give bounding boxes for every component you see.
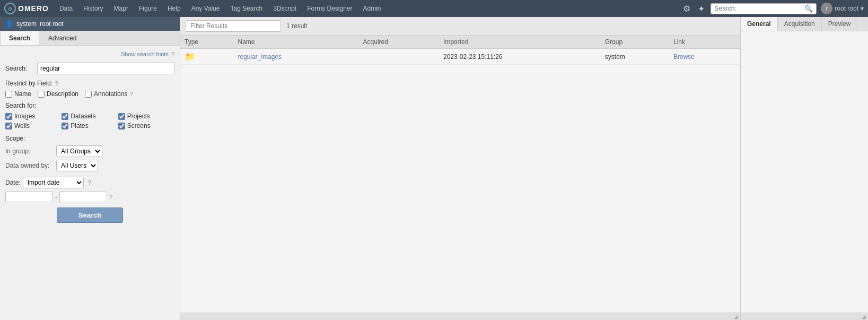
results-header: 1 result — [180, 17, 740, 36]
main-layout: 👤 system root root Search Advanced Show … — [0, 17, 868, 320]
sf-screens-item[interactable]: Screens — [118, 122, 174, 129]
nav-data[interactable]: Data — [55, 3, 77, 14]
user-dropdown-icon[interactable]: ▾ — [861, 5, 864, 12]
field-annotations-label: Annotations — [94, 90, 127, 98]
sf-screens-checkbox[interactable] — [118, 123, 125, 129]
sf-datasets-label: Datasets — [71, 113, 95, 120]
field-annotations-checkbox-item[interactable]: Annotations ? — [85, 90, 133, 98]
sf-wells-label: Wells — [14, 122, 30, 129]
sf-images-item[interactable]: Images — [5, 113, 62, 120]
user-bar-username: system — [16, 20, 37, 28]
right-panel: General Acquisition Preview ◢ — [741, 17, 868, 320]
field-annotations-checkbox[interactable] — [85, 91, 92, 98]
share-icon-btn[interactable]: ✦ — [696, 2, 706, 15]
tab-search[interactable]: Search — [0, 31, 39, 45]
global-search-icon[interactable]: 🔍 — [804, 5, 813, 13]
show-search-hints-link[interactable]: Show search hints — [121, 51, 169, 57]
nav-any-value[interactable]: Any Value — [187, 3, 224, 14]
date-label: Date: — [5, 179, 21, 186]
nav-3dscript[interactable]: 3Dscript — [269, 3, 301, 14]
results-empty-space — [180, 65, 740, 313]
date-help-icon[interactable]: ? — [88, 179, 91, 186]
nav-help[interactable]: Help — [163, 3, 185, 14]
in-group-select[interactable]: All Groups — [56, 145, 102, 157]
center-panel: 1 result Type Name Acquired Imported Gro… — [180, 17, 741, 320]
sf-projects-checkbox[interactable] — [118, 113, 125, 120]
filter-results-input[interactable] — [186, 20, 281, 32]
data-owned-label: Data owned by: — [5, 162, 53, 169]
date-range-help-icon[interactable]: ? — [109, 194, 112, 200]
folder-icon: 📁 — [185, 52, 195, 61]
row-browse-link[interactable]: Browse — [673, 53, 695, 60]
global-search-input[interactable] — [714, 5, 804, 12]
right-tab-general[interactable]: General — [741, 17, 778, 31]
restrict-label-text: Restrict by Field: — [5, 80, 52, 87]
field-description-checkbox-item[interactable]: Description — [38, 90, 78, 98]
sf-plates-item[interactable]: Plates — [62, 122, 118, 129]
field-description-checkbox[interactable] — [38, 91, 45, 98]
col-group: Group — [601, 36, 669, 49]
sf-wells-checkbox[interactable] — [5, 123, 12, 129]
user-info[interactable]: r root root ▾ — [821, 3, 864, 14]
date-type-row: Date: Import date Acquisition date ? — [5, 177, 174, 188]
nav-history[interactable]: History — [79, 3, 107, 14]
field-name-checkbox[interactable] — [5, 91, 12, 98]
restrict-checkboxes: Name Description Annotations ? — [5, 90, 174, 98]
scope-section: Scope: In group: All Groups Data owned b… — [5, 135, 174, 171]
left-tab-bar: Search Advanced — [0, 31, 180, 46]
scope-label-row: Scope: — [5, 135, 174, 142]
restrict-help-icon[interactable]: ? — [55, 80, 58, 87]
restrict-section: Restrict by Field: ? Name Description An… — [5, 80, 174, 98]
nav-tag-search[interactable]: Tag Search — [226, 3, 267, 14]
nav-mapr[interactable]: Mapr — [110, 3, 133, 14]
row-acquired-cell — [359, 49, 440, 65]
sf-projects-item[interactable]: Projects — [118, 113, 174, 120]
row-name-link[interactable]: regular_images — [238, 53, 282, 60]
date-section: Date: Import date Acquisition date ? - ? — [5, 177, 174, 202]
right-tab-preview[interactable]: Preview — [822, 17, 858, 31]
nav-forms-designer[interactable]: Forms Designer — [303, 3, 356, 14]
scope-label: Scope: — [5, 135, 25, 142]
user-avatar: r — [821, 3, 832, 14]
search-for-checkboxes: Images Datasets Projects Wells — [5, 113, 174, 129]
data-owned-select[interactable]: All Users — [56, 160, 98, 171]
row-name-cell[interactable]: regular_images — [233, 49, 358, 65]
nav-figure[interactable]: Figure — [135, 3, 161, 14]
sf-wells-item[interactable]: Wells — [5, 122, 62, 129]
date-from-input[interactable] — [5, 192, 53, 202]
logo-text: OMERO — [18, 4, 49, 13]
search-input[interactable] — [37, 63, 174, 74]
sf-datasets-item[interactable]: Datasets — [62, 113, 118, 120]
date-to-input[interactable] — [59, 192, 107, 202]
results-count: 1 result — [286, 22, 307, 30]
sf-plates-label: Plates — [71, 122, 88, 129]
logo[interactable]: O OMERO — [4, 3, 49, 14]
annotations-help-icon[interactable]: ? — [129, 91, 133, 97]
center-resize-grip[interactable]: ◢ — [734, 314, 738, 319]
field-name-label: Name — [14, 90, 31, 98]
settings-icon-btn[interactable]: ⚙ — [681, 2, 692, 15]
field-description-label: Description — [47, 90, 78, 98]
sf-plates-checkbox[interactable] — [62, 123, 68, 129]
data-owned-row: Data owned by: All Users — [5, 160, 174, 171]
row-link-cell[interactable]: Browse — [669, 49, 740, 65]
sf-datasets-checkbox[interactable] — [62, 113, 68, 120]
right-resize-grip[interactable]: ◢ — [862, 314, 866, 319]
table-row: 📁 regular_images 2023-02-23 15:11:26 sys… — [180, 49, 740, 65]
col-name: Name — [233, 36, 358, 49]
sf-images-checkbox[interactable] — [5, 113, 12, 120]
user-name-label: root root — [835, 5, 858, 12]
tab-advanced[interactable]: Advanced — [39, 31, 85, 45]
in-group-row: In group: All Groups — [5, 145, 174, 157]
search-hints-help-icon[interactable]: ? — [171, 51, 174, 57]
right-tab-acquisition[interactable]: Acquisition — [778, 17, 822, 31]
left-panel: 👤 system root root Search Advanced Show … — [0, 17, 180, 320]
in-group-label: In group: — [5, 148, 53, 155]
field-name-checkbox-item[interactable]: Name — [5, 90, 31, 98]
date-separator: - — [55, 193, 57, 201]
user-bar-icon: 👤 — [5, 20, 13, 28]
search-button[interactable]: Search — [57, 207, 123, 223]
date-type-select[interactable]: Import date Acquisition date — [23, 177, 84, 188]
col-acquired: Acquired — [359, 36, 440, 49]
nav-admin[interactable]: Admin — [359, 3, 385, 14]
